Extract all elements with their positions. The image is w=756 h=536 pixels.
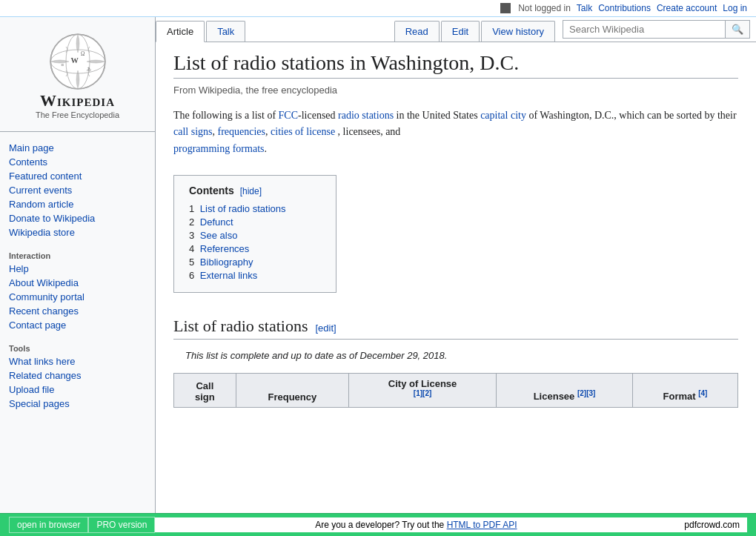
sidebar-item-about[interactable]: About Wikipedia (0, 276, 155, 290)
search-input[interactable] (563, 20, 726, 39)
tab-read[interactable]: Read (394, 21, 440, 42)
tab-article[interactable]: Article (156, 21, 205, 42)
col-frequency: Frequency (236, 374, 348, 407)
interaction-section-title: Interaction (0, 248, 155, 262)
svg-text:あ: あ (87, 66, 91, 72)
sidebar-item-random-article[interactable]: Random article (0, 197, 155, 211)
sidebar-item-help[interactable]: Help (0, 262, 155, 276)
sidebar-item-store[interactable]: Wikipedia store (0, 225, 155, 239)
sidebar-item-special-pages[interactable]: Special pages (0, 397, 155, 411)
capital-city-link[interactable]: capital city (480, 110, 526, 121)
sidebar-item-related-changes[interactable]: Related changes (0, 368, 155, 383)
open-in-browser-button[interactable]: open in browser (9, 517, 88, 521)
pro-version-button[interactable]: PRO version (88, 517, 155, 521)
bottom-left-buttons: open in browser PRO version (9, 517, 155, 521)
talk-link[interactable]: Talk (577, 3, 592, 13)
article: List of radio stations in Washington, D.… (156, 42, 756, 426)
section1-heading: List of radio stations [edit] (173, 317, 738, 340)
toc-title: Contents (189, 185, 234, 196)
article-intro: The following is a list of FCC-licensed … (173, 107, 738, 157)
tab-talk[interactable]: Talk (206, 21, 245, 42)
toc-link-4[interactable]: References (200, 243, 249, 254)
logo-title: Wikipedia (40, 91, 115, 110)
col-licensee: Licensee [2][3] (497, 374, 633, 407)
log-in-link[interactable]: Log in (723, 3, 747, 13)
sidebar-item-main-page[interactable]: Main page (0, 141, 155, 155)
toc-title-row: Contents [hide] (189, 185, 321, 201)
toc-item-4: 4 References (189, 243, 321, 254)
sidebar: W Ω α あ Wikipedia The Free Encyclopedia … (0, 17, 156, 521)
logo-subtitle: The Free Encyclopedia (36, 110, 119, 119)
sidebar-item-what-links[interactable]: What links here (0, 354, 155, 368)
toc-item-2: 2 Defunct (189, 216, 321, 228)
sidebar-item-contact[interactable]: Contact page (0, 318, 155, 332)
search-form: 🔍 (563, 20, 750, 39)
create-account-link[interactable]: Create account (657, 3, 717, 13)
tools-section: Tools What links here Related changes Up… (0, 338, 155, 417)
bottom-message: Are you a developer? Try out the HTML to… (155, 517, 677, 521)
toc-box: Contents [hide] 1 List of radio stations… (173, 175, 336, 293)
top-bar: Not logged in Talk Contributions Create … (0, 0, 756, 17)
section1-note: This list is complete and up to date as … (173, 347, 738, 364)
contributions-link[interactable]: Contributions (598, 3, 651, 13)
svg-text:Ω: Ω (81, 51, 84, 57)
navigation-section: Main page Contents Featured content Curr… (0, 138, 155, 245)
cities-of-license-link[interactable]: cities of license (271, 126, 335, 137)
toc-item-5: 5 Bibliography (189, 257, 321, 268)
section1-title: List of radio stations (173, 317, 308, 336)
col-city-of-license: City of License [1][2] (349, 374, 497, 407)
toc-hide-link[interactable]: [hide] (240, 186, 262, 196)
sidebar-item-recent-changes[interactable]: Recent changes (0, 304, 155, 318)
wikipedia-globe-icon: W Ω α あ (48, 32, 107, 91)
section1-edit-link[interactable]: [edit] (315, 322, 336, 334)
main-content: Article Talk Read Edit View history 🔍 Li… (156, 17, 756, 521)
radio-stations-link[interactable]: radio stations (338, 110, 394, 121)
sidebar-item-contents[interactable]: Contents (0, 155, 155, 169)
col-call-sign: Callsign (174, 374, 236, 407)
svg-text:W: W (70, 56, 79, 64)
pdfcrowd-label: pdfcrowd.com (677, 517, 747, 521)
col-format: Format [4] (632, 374, 737, 407)
bottom-bar: open in browser PRO version Are you a de… (0, 513, 756, 521)
user-icon (500, 3, 511, 13)
sidebar-item-upload[interactable]: Upload file (0, 383, 155, 397)
call-signs-link[interactable]: call signs (173, 126, 213, 137)
programming-formats-link[interactable]: programming formats (173, 143, 264, 154)
logo-area: W Ω α あ Wikipedia The Free Encyclopedia (0, 23, 155, 132)
toc-item-3: 3 See also (189, 230, 321, 241)
tools-section-title: Tools (0, 341, 155, 354)
tab-right-group: Read Edit View history 🔍 (394, 17, 756, 42)
interaction-section: Interaction Help About Wikipedia Communi… (0, 245, 155, 338)
from-line: From Wikipedia, the free encyclopedia (173, 85, 738, 96)
toc-link-5[interactable]: Bibliography (200, 257, 253, 268)
toc-link-3[interactable]: See also (200, 230, 238, 241)
top-links: Not logged in Talk Contributions Create … (500, 3, 747, 13)
tab-edit[interactable]: Edit (441, 21, 480, 42)
search-button[interactable]: 🔍 (726, 20, 750, 39)
toc-list: 1 List of radio stations 2 Defunct 3 See… (189, 203, 321, 281)
frequencies-link[interactable]: frequencies (218, 126, 266, 137)
tab-view-history[interactable]: View history (481, 21, 555, 42)
toc-item-6: 6 External links (189, 270, 321, 281)
toc-link-2[interactable]: Defunct (200, 216, 233, 228)
toc-item-1: 1 List of radio stations (189, 203, 321, 214)
tabs-bar: Article Talk Read Edit View history 🔍 (156, 17, 756, 42)
sidebar-item-featured-content[interactable]: Featured content (0, 169, 155, 183)
not-logged-in-text: Not logged in (518, 3, 571, 13)
sidebar-item-current-events[interactable]: Current events (0, 183, 155, 197)
fcc-link[interactable]: FCC (279, 110, 298, 121)
toc-link-6[interactable]: External links (200, 270, 257, 281)
sidebar-item-donate[interactable]: Donate to Wikipedia (0, 211, 155, 225)
layout: W Ω α あ Wikipedia The Free Encyclopedia … (0, 17, 756, 521)
html-to-pdf-link[interactable]: HTML to PDF API (447, 520, 517, 521)
toc-link-1[interactable]: List of radio stations (200, 203, 286, 214)
sidebar-item-community[interactable]: Community portal (0, 290, 155, 304)
article-title: List of radio stations in Washington, D.… (173, 51, 738, 79)
stations-table: Callsign Frequency City of License [1][2… (173, 373, 738, 407)
